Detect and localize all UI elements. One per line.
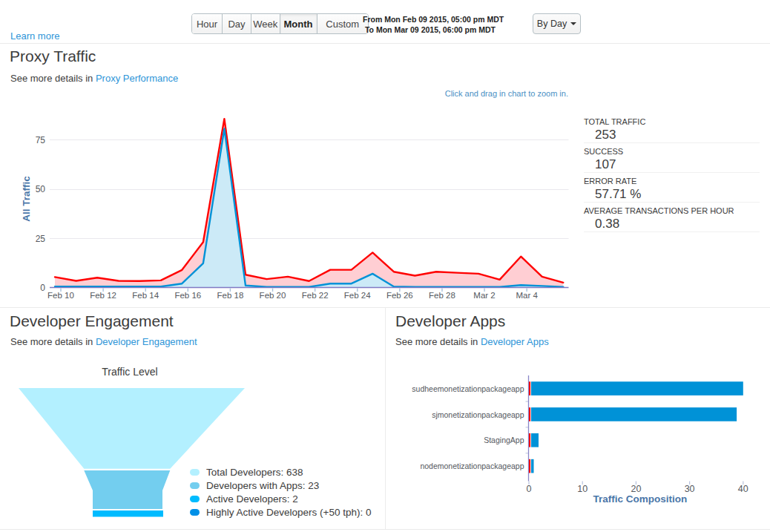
- y-tick-label: 50: [36, 184, 46, 194]
- see-more-text: See more details in: [10, 73, 93, 84]
- x-tick-label: 10: [577, 484, 588, 494]
- legend-swatch: [190, 496, 200, 502]
- legend-label: Active Developers: 2: [206, 493, 298, 505]
- bar-success-nodemonetizationpackageapp: [531, 459, 534, 473]
- funnel-segment-active-developers: [93, 510, 163, 517]
- series-area-all-traffic: [55, 119, 563, 287]
- bar-label: StagingApp: [484, 436, 524, 444]
- x-tick-label: Feb 18: [217, 291, 244, 300]
- developer-apps-link[interactable]: Developer Apps: [481, 336, 549, 347]
- stat-value: 57.71 %: [584, 187, 760, 202]
- x-tick-label: Feb 14: [132, 291, 159, 300]
- proxy-traffic-title: Proxy Traffic: [10, 47, 96, 65]
- x-tick-label: Feb 26: [386, 291, 413, 300]
- x-tick-label: Feb 16: [174, 291, 201, 300]
- funnel-legend: Total Developers: 638Developers with App…: [190, 465, 372, 519]
- developer-apps-title: Developer Apps: [395, 312, 505, 330]
- stat-total-traffic: TOTAL TRAFFIC253: [584, 114, 760, 143]
- stat-value: 107: [584, 157, 760, 172]
- developer-apps-chart: sudheemonetizationpackageappsjmonetizati…: [386, 367, 770, 516]
- x-tick-label: 20: [631, 484, 641, 494]
- range-button-hour[interactable]: Hour: [192, 14, 223, 33]
- proxy-traffic-chart[interactable]: Feb 10Feb 12Feb 14Feb 16Feb 18Feb 20Feb …: [0, 104, 586, 304]
- legend-item-highly-active-developers-50-tph: Highly Active Developers (+50 tph): 0: [190, 506, 372, 519]
- legend-item-developers-with-apps: Developers with Apps: 23: [190, 479, 372, 492]
- x-tick-label: Feb 28: [429, 291, 455, 300]
- stat-average-transactions-per-hour: AVERAGE TRANSACTIONS PER HOUR0.38: [584, 203, 760, 232]
- x-axis-title: Traffic Composition: [593, 493, 688, 505]
- y-tick-label: 0: [40, 283, 45, 293]
- bar-label: sjmonetizationpackageapp: [432, 410, 524, 419]
- learn-more-link[interactable]: Learn more: [10, 30, 59, 42]
- chart-zoom-hint: Click and drag in chart to zoom in.: [346, 89, 568, 98]
- legend-swatch: [190, 469, 200, 476]
- stat-success: SUCCESS107: [584, 143, 760, 173]
- funnel-segment-developers-with-apps: [84, 470, 170, 509]
- stat-error-rate: ERROR RATE57.71 %: [584, 173, 760, 203]
- legend-label: Developers with Apps: 23: [206, 480, 319, 491]
- stat-label: TOTAL TRAFFIC: [584, 117, 760, 126]
- see-more-text: See more details in: [395, 336, 478, 347]
- header-divider: [0, 43, 770, 44]
- stat-label: AVERAGE TRANSACTIONS PER HOUR: [584, 206, 760, 215]
- developer-engagement-link[interactable]: Developer Engagement: [96, 336, 197, 347]
- x-tick-label: Feb 20: [260, 291, 286, 300]
- range-button-month[interactable]: Month: [280, 14, 317, 33]
- range-button-week[interactable]: Week: [251, 14, 280, 33]
- x-tick-label: 40: [738, 484, 748, 494]
- x-tick-label: Mar 4: [516, 291, 538, 300]
- developer-engagement-subtitle: See more details in Developer Engagement: [10, 336, 197, 347]
- x-tick-label: Feb 10: [47, 291, 74, 300]
- bar-success-sudheemonetizationpackageapp: [531, 381, 743, 395]
- x-tick-label: 0: [527, 484, 532, 494]
- y-tick-label: 75: [36, 135, 46, 145]
- y-tick-label: 25: [36, 234, 46, 244]
- legend-item-total-developers: Total Developers: 638: [190, 465, 372, 479]
- by-day-label: By Day: [537, 19, 567, 29]
- stat-value: 0.38: [584, 217, 760, 231]
- legend-label: Highly Active Developers (+50 tph): 0: [206, 507, 372, 518]
- x-tick-label: Mar 2: [473, 291, 495, 300]
- x-tick-label: Feb 22: [302, 291, 329, 300]
- bar-success-stagingapp: [531, 433, 539, 447]
- series-line-all-traffic: [55, 119, 563, 283]
- traffic-stats-panel: TOTAL TRAFFIC253SUCCESS107ERROR RATE57.7…: [584, 114, 760, 232]
- legend-swatch: [190, 482, 200, 489]
- series-area-success: [55, 128, 563, 287]
- see-more-text: See more details in: [10, 336, 93, 347]
- proxy-traffic-subtitle: See more details in Proxy Performance: [10, 73, 178, 84]
- bar-success-sjmonetizationpackageapp: [531, 407, 737, 421]
- bar-label: sudheemonetizationpackageapp: [412, 384, 524, 393]
- bar-label: nodemonetizationpackageapp: [420, 462, 524, 470]
- time-range-button-group: HourDayWeekMonthCustom: [191, 13, 369, 34]
- range-button-custom[interactable]: Custom: [317, 14, 369, 33]
- developer-engagement-title: Developer Engagement: [10, 312, 174, 330]
- stat-value: 253: [584, 128, 760, 142]
- x-tick-label: Feb 12: [90, 291, 116, 300]
- date-to: To Mon Mar 09 2015, 06:00 pm MDT: [363, 25, 498, 36]
- series-line-success: [55, 128, 563, 286]
- x-tick-label: Feb 24: [344, 291, 371, 300]
- proxy-performance-link[interactable]: Proxy Performance: [96, 73, 178, 84]
- stat-label: SUCCESS: [584, 147, 760, 156]
- by-day-dropdown[interactable]: By Day: [533, 13, 581, 34]
- legend-swatch: [190, 509, 200, 516]
- stat-label: ERROR RATE: [584, 177, 760, 185]
- legend-item-active-developers: Active Developers: 2: [190, 492, 372, 505]
- x-tick-label: 30: [685, 484, 695, 494]
- date-from: From Mon Feb 09 2015, 05:00 pm MDT: [363, 15, 498, 25]
- y-axis-title: All Traffic: [21, 176, 32, 222]
- funnel-segment-total-developers: [19, 388, 245, 469]
- caret-down-icon: [570, 22, 576, 25]
- developer-apps-subtitle: See more details in Developer Apps: [395, 336, 549, 347]
- range-button-day[interactable]: Day: [223, 14, 251, 33]
- legend-label: Total Developers: 638: [206, 467, 303, 478]
- date-range: From Mon Feb 09 2015, 05:00 pm MDT To Mo…: [363, 15, 498, 35]
